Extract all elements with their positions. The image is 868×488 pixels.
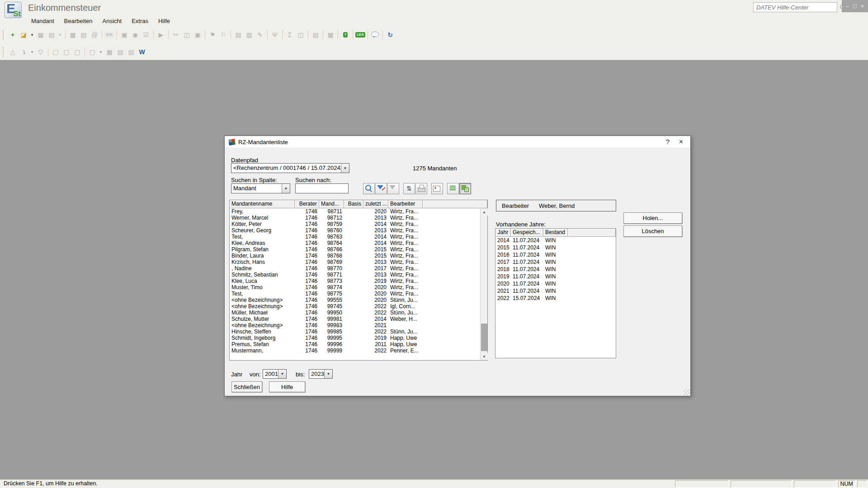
datenpfad-combobox[interactable]: <Rechenzentrum / 0001746 / 15.07.2024> ▼ <box>231 163 349 173</box>
menu-item-extras[interactable]: Extras <box>127 16 153 26</box>
client-row[interactable]: Werner, Marcel1746987122013Wirtz, Fra... <box>230 215 487 221</box>
column-header-Basis[interactable]: Basis <box>344 200 363 208</box>
client-row[interactable]: Klee, Andreas1746987642014Wirtz, Fra... <box>230 240 487 246</box>
filter-remove-button[interactable] <box>387 183 399 194</box>
search-input-box[interactable] <box>295 183 349 193</box>
client-row[interactable]: Mustermann,1746999992022Penner, E... <box>230 347 487 354</box>
client-row[interactable]: Test,1746987632014Wirtz, Fra... <box>230 234 487 240</box>
form-icon[interactable]: ▣ <box>119 30 130 40</box>
page-back-icon[interactable]: ▢ <box>50 47 61 57</box>
lex-info-icon[interactable]: LEX <box>355 30 366 40</box>
search-button[interactable] <box>363 183 375 194</box>
client-row[interactable]: <ohne Bezeichnung>1746997452022Igl, Corn… <box>230 303 487 310</box>
comment-icon[interactable]: ⚑ <box>207 30 218 40</box>
column-header-filler[interactable] <box>568 229 616 237</box>
binder-icon[interactable]: ◫ <box>295 30 306 40</box>
client-row[interactable]: <ohne Bezeichnung>1746995552020Stünn, Ju… <box>230 297 487 303</box>
client-row[interactable]: Hinsche, Steffen1746999852022Stünn, Ju..… <box>230 328 487 335</box>
column-header-filler[interactable] <box>423 200 487 208</box>
sum-icon[interactable]: Σ <box>284 30 295 40</box>
client-row[interactable]: Kötter, Peter1746987592014Wirtz, Fra... <box>230 221 487 227</box>
window-dropdown-icon[interactable]: ▾ <box>98 47 104 57</box>
menu-item-ansicht[interactable]: Ansicht <box>97 16 127 26</box>
toolbar-grip[interactable] <box>3 47 5 57</box>
jump-down-icon[interactable]: ▽ <box>35 47 46 57</box>
client-row[interactable]: Schmitz, Sebastian1746987712013Wirtz, Fr… <box>230 272 487 278</box>
save-organisation-icon[interactable]: ▤ <box>46 30 57 40</box>
column-header-Mand...[interactable]: Mand... <box>319 200 344 208</box>
dialog-resize-grip[interactable] <box>684 389 690 395</box>
column-header-Bestand[interactable]: Bestand <box>543 229 568 237</box>
year-row[interactable]: 201411.07.2024WIN <box>495 237 616 244</box>
print-list-button[interactable] <box>415 183 427 194</box>
client-row[interactable]: , Nadine1746987702017Wirtz, Fra... <box>230 265 487 272</box>
scroll-up-icon[interactable]: ▲ <box>481 208 488 216</box>
view-tiles-button[interactable] <box>459 183 471 194</box>
client-row[interactable]: Frey,1746987112020Wirtz, Fra... <box>230 208 487 215</box>
goto-line-icon[interactable]: ↴ <box>18 47 29 57</box>
client-row[interactable]: Krzisch, Hans1746987692013Wirtz, Fra... <box>230 259 487 265</box>
print-icon[interactable]: ▤ <box>78 30 89 40</box>
note-icon[interactable]: ⚐ <box>218 30 229 40</box>
dialog-help-button[interactable]: ? <box>666 138 670 145</box>
client-row[interactable]: Pilgram, Stefan1746987662015Wirtz, Fra..… <box>230 246 487 253</box>
doc-calculate-icon[interactable]: ▤ <box>233 30 244 40</box>
paste-icon[interactable]: ▣ <box>192 30 203 40</box>
grid-view-icon[interactable]: ▦ <box>104 47 115 57</box>
open-folder-icon[interactable]: ◪ <box>18 30 29 40</box>
year-row[interactable]: 201611.07.2024WIN <box>495 251 616 258</box>
client-row[interactable]: Premus, Stefan1746999962011Happ, Uwe <box>230 341 487 347</box>
open-dropdown-icon[interactable]: ▾ <box>29 30 35 40</box>
hilfe-button[interactable]: Hilfe <box>269 381 305 392</box>
word-export-icon[interactable]: W <box>137 47 147 57</box>
year-row[interactable]: 202215.07.2024WIN <box>495 295 616 302</box>
scrollbar-thumb[interactable] <box>481 324 487 351</box>
scroll-down-icon[interactable]: ▼ <box>481 353 488 360</box>
chevron-down-icon[interactable]: ▼ <box>324 370 332 378</box>
client-row[interactable]: Klee, Luca1746987732019Wirtz, Fra... <box>230 278 487 284</box>
refresh-icon[interactable]: ↻ <box>385 30 396 40</box>
cut-icon[interactable]: ✂ <box>170 30 181 40</box>
column-header-Mandantenname[interactable]: Mandantenname <box>230 200 295 208</box>
page-forward-icon[interactable]: ▢ <box>72 47 83 57</box>
help-search-box[interactable] <box>753 2 837 12</box>
jump-up-icon[interactable]: △ <box>7 47 18 57</box>
dialog-close-button[interactable]: × <box>679 138 683 146</box>
client-row[interactable]: Muster, Timo1746987742020Wirtz, Fra... <box>230 284 487 291</box>
copy-icon[interactable]: ◫ <box>181 30 192 40</box>
chevron-down-icon[interactable]: ▼ <box>282 184 290 193</box>
save-dropdown-icon[interactable]: ▾ <box>57 30 63 40</box>
year-row[interactable]: 201911.07.2024WIN <box>495 273 616 280</box>
year-von-combobox[interactable]: 2001 ▼ <box>263 369 287 379</box>
column-header-Berater[interactable]: Berater <box>295 200 319 208</box>
year-row[interactable]: 202011.07.2024WIN <box>495 280 616 287</box>
client-row[interactable]: Müller, Michael1746999502022Stünn, Ju... <box>230 310 487 316</box>
filter-button[interactable] <box>375 183 387 194</box>
column-header-Gespeich...[interactable]: Gespeich... <box>511 229 543 237</box>
column-header-Jahr[interactable]: Jahr <box>495 229 511 237</box>
year-bis-combobox[interactable]: 2023 ▼ <box>309 369 333 379</box>
feedback-bubble-icon[interactable] <box>370 30 381 40</box>
handshake-icon[interactable]: ◉ <box>130 30 141 40</box>
new-document-icon[interactable]: + <box>7 30 18 40</box>
help-search-input[interactable] <box>754 4 840 11</box>
clipboard-doc-icon[interactable]: ▤ <box>310 30 321 40</box>
years-table[interactable]: JahrGespeich...Bestand 201411.07.2024WIN… <box>495 228 616 358</box>
menu-item-bearbeiten[interactable]: Bearbeiten <box>59 16 98 26</box>
view-list-button[interactable] <box>447 183 459 194</box>
loeschen-button[interactable]: Löschen <box>623 225 682 237</box>
column-header-zuletzt ...[interactable]: zuletzt ... <box>363 200 388 208</box>
client-row[interactable]: <ohne Bezeichnung>1746999832021 <box>230 322 487 328</box>
year-row[interactable]: 201811.07.2024WIN <box>495 266 616 273</box>
chevron-down-icon[interactable]: ▼ <box>341 164 349 173</box>
sort-button[interactable] <box>403 183 415 194</box>
dialog-titlebar[interactable]: RZ-Mandantenliste ? × <box>225 136 690 148</box>
client-row[interactable]: Binder, Laura1746987682015Wirtz, Fra... <box>230 253 487 259</box>
export-client-button[interactable] <box>431 183 443 194</box>
schliessen-button[interactable]: Schließen <box>231 381 262 392</box>
est-document-icon[interactable]: ESt <box>104 30 115 40</box>
context-help-icon[interactable]: ? <box>340 30 351 40</box>
search-column-combobox[interactable]: Mandant ▼ <box>231 183 290 193</box>
close-button[interactable]: × <box>861 3 864 9</box>
menu-item-mandant[interactable]: Mandant <box>26 16 59 26</box>
